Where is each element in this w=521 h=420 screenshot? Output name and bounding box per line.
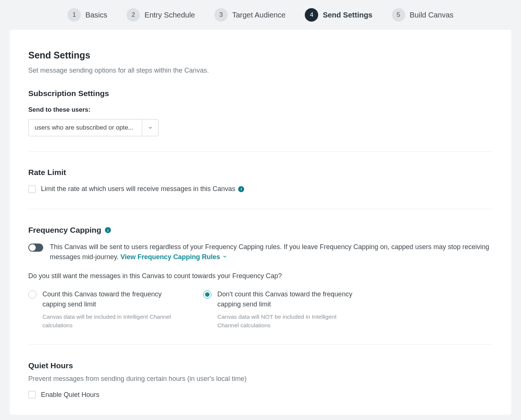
- wizard-stepper: 1 Basics 2 Entry Schedule 3 Target Audie…: [0, 0, 521, 30]
- rate-limit-checkbox[interactable]: [28, 185, 36, 193]
- send-to-users-label: Send to these users:: [28, 105, 493, 115]
- radio-option-count[interactable]: Count this Canvas toward the frequency c…: [28, 289, 185, 330]
- toggle-knob: [29, 244, 36, 251]
- step-label: Target Audience: [232, 9, 285, 20]
- radio-hint: Canvas data will be included in Intellig…: [42, 312, 185, 330]
- info-icon[interactable]: i: [105, 227, 111, 233]
- radio-label: Count this Canvas toward the frequency c…: [42, 289, 185, 309]
- step-number: 5: [392, 8, 405, 22]
- step-label: Basics: [85, 9, 107, 20]
- step-send-settings[interactable]: 4 Send Settings: [305, 8, 372, 22]
- quiet-hours-heading: Quiet Hours: [28, 360, 493, 372]
- step-number: 3: [214, 8, 228, 22]
- radio-option-dont-count[interactable]: Don't count this Canvas toward the frequ…: [203, 289, 359, 330]
- radio-dont-count[interactable]: [203, 290, 211, 299]
- radio-count[interactable]: [28, 290, 36, 299]
- quiet-hours-checkbox[interactable]: [28, 391, 36, 398]
- frequency-question: Do you still want the messages in this C…: [28, 271, 493, 281]
- frequency-capping-title-text: Frequency Capping: [28, 224, 101, 236]
- step-basics[interactable]: 1 Basics: [67, 8, 107, 22]
- frequency-radio-group: Count this Canvas toward the frequency c…: [28, 289, 493, 330]
- divider: [28, 151, 493, 152]
- radio-hint: Canvas data will NOT be included in Inte…: [217, 312, 359, 330]
- step-label: Send Settings: [323, 9, 372, 20]
- rate-limit-label-text: Limit the rate at which users will recei…: [41, 184, 235, 194]
- divider: [28, 344, 493, 345]
- view-frequency-rules-link[interactable]: View Frequency Capping Rules: [121, 252, 228, 262]
- step-label: Entry Schedule: [144, 9, 195, 20]
- subscription-settings-heading: Subscription Settings: [28, 88, 493, 99]
- frequency-capping-toggle[interactable]: [28, 244, 43, 252]
- step-build-canvas[interactable]: 5 Build Canvas: [392, 8, 454, 22]
- quiet-hours-checkbox-label: Enable Quiet Hours: [41, 390, 99, 400]
- step-label: Build Canvas: [410, 9, 454, 20]
- chevron-down-icon: [222, 252, 227, 262]
- step-target-audience[interactable]: 3 Target Audience: [214, 8, 285, 22]
- page-description: Set message sending options for all step…: [28, 66, 493, 76]
- quiet-hours-description: Prevent messages from sending during cer…: [28, 374, 493, 384]
- info-icon[interactable]: i: [238, 186, 244, 192]
- step-entry-schedule[interactable]: 2 Entry Schedule: [127, 8, 195, 22]
- subscription-select[interactable]: users who are subscribed or opte...: [28, 119, 159, 136]
- subscription-select-value: users who are subscribed or opte...: [35, 123, 142, 133]
- rate-limit-heading: Rate Limit: [28, 166, 493, 178]
- link-text: View Frequency Capping Rules: [121, 252, 220, 262]
- divider: [28, 209, 493, 209]
- chevron-down-icon: [142, 120, 158, 136]
- frequency-capping-description: This Canvas will be sent to users regard…: [50, 242, 493, 262]
- radio-label: Don't count this Canvas toward the frequ…: [217, 289, 359, 309]
- frequency-capping-heading: Frequency Capping i: [28, 224, 493, 236]
- step-number: 2: [127, 8, 140, 22]
- step-number: 4: [305, 8, 318, 22]
- settings-card: Send Settings Set message sending option…: [10, 30, 511, 415]
- frequency-desc-text: This Canvas will be sent to users regard…: [50, 243, 489, 261]
- step-number: 1: [67, 8, 81, 22]
- page-title: Send Settings: [28, 48, 493, 63]
- rate-limit-checkbox-label: Limit the rate at which users will recei…: [41, 184, 244, 194]
